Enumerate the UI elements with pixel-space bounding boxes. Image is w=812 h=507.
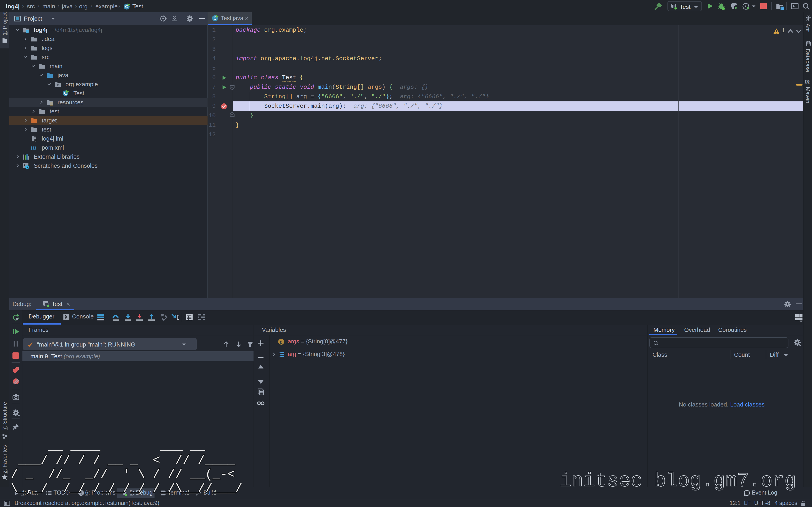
svg-text:p: p [280,340,283,345]
svg-text:3: 3 [279,355,280,357]
